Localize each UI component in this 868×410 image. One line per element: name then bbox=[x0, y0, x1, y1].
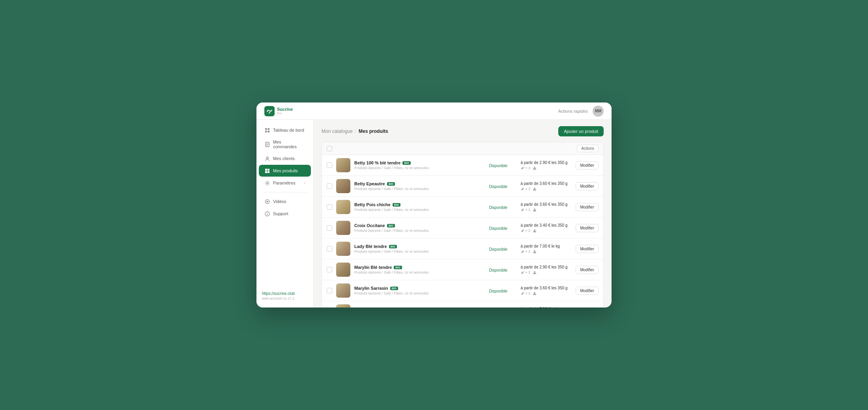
videos-icon bbox=[264, 199, 270, 204]
product-name-row-5: Marylin Blé tendre BIO bbox=[354, 265, 485, 270]
modify-button-7[interactable]: Modifier bbox=[576, 308, 599, 308]
bio-badge-7: BIO bbox=[388, 308, 396, 308]
row-checkbox-5[interactable] bbox=[327, 267, 332, 272]
sidebar-item-tableau-de-bord[interactable]: Tableau de bord bbox=[259, 124, 311, 136]
product-info-7: Ritta Blé tendre BIO Produits épicerie /… bbox=[354, 307, 485, 308]
product-price-area-7: à partir de 7.00 € le kg × 2 bbox=[520, 307, 572, 308]
product-category-1: Produits épicerie / Salé / Pâtes, riz et… bbox=[354, 187, 485, 191]
product-status-5: Disponible bbox=[489, 266, 516, 273]
row-checkbox-4[interactable] bbox=[327, 246, 332, 252]
svg-rect-13 bbox=[265, 171, 267, 173]
product-info-4: Lady Blé tendre BIO Produits épicerie / … bbox=[354, 244, 485, 253]
table-row: Betty Pois chiche BIO Produits épicerie … bbox=[322, 197, 603, 218]
row-checkbox-0[interactable] bbox=[327, 162, 332, 168]
sidebar-item-support[interactable]: Support bbox=[259, 208, 311, 220]
product-name-7: Ritta Blé tendre bbox=[354, 307, 386, 308]
icon-group-user-6 bbox=[533, 291, 537, 295]
product-icons-6: × 2 bbox=[520, 291, 572, 295]
variant-count-0: × 2 bbox=[525, 166, 530, 170]
product-thumb-7 bbox=[336, 304, 350, 308]
table-row: Croix Occitane BIO Produits épicerie / S… bbox=[322, 218, 603, 239]
product-name-row-6: Marylin Sarrasin BIO bbox=[354, 286, 485, 291]
avatar[interactable]: MM bbox=[593, 106, 604, 117]
sidebar-label-produits: Mes produits bbox=[273, 168, 298, 173]
table-row: Ritta Blé tendre BIO Produits épicerie /… bbox=[322, 301, 603, 308]
product-icons-4: × 2 bbox=[520, 250, 572, 253]
bio-badge-2: BIO bbox=[393, 203, 400, 207]
product-thumb-0 bbox=[336, 158, 350, 172]
modify-button-3[interactable]: Modifier bbox=[576, 224, 599, 232]
product-status-2: Disponible bbox=[489, 203, 516, 211]
logo-text: Sucrine Pro bbox=[277, 107, 293, 115]
table-row: Marylin Sarrasin BIO Produits épicerie /… bbox=[322, 280, 603, 301]
leaf-icon-1 bbox=[520, 187, 524, 191]
modify-button-0[interactable]: Modifier bbox=[576, 161, 599, 170]
modify-button-4[interactable]: Modifier bbox=[576, 245, 599, 253]
svg-rect-12 bbox=[267, 168, 269, 170]
table-header-row: Actions bbox=[322, 142, 603, 155]
product-thumb-4 bbox=[336, 242, 350, 256]
row-checkbox-6[interactable] bbox=[327, 288, 332, 293]
product-icons-1: × 2 bbox=[520, 187, 572, 191]
select-all-checkbox[interactable] bbox=[327, 146, 332, 151]
icon-group-leaf-0: × 2 bbox=[520, 166, 530, 170]
sidebar-item-videos[interactable]: Vidéos bbox=[259, 196, 311, 207]
table-row: Betty 100 % blé tendre BIO Produits épic… bbox=[322, 155, 603, 176]
user-icon-1 bbox=[533, 187, 537, 191]
icon-group-user-1 bbox=[533, 187, 537, 191]
product-category-5: Produits épicerie / Salé / Pâtes, riz et… bbox=[354, 270, 485, 274]
sidebar-label-tableau: Tableau de bord bbox=[273, 128, 304, 132]
sidebar-item-mes-clients[interactable]: Mes clients bbox=[259, 153, 311, 164]
leaf-icon-0 bbox=[520, 166, 524, 170]
icon-group-leaf-2: × 2 bbox=[520, 208, 530, 212]
icon-group-user-5 bbox=[533, 270, 537, 274]
product-name-2: Betty Pois chiche bbox=[354, 202, 391, 207]
sidebar-footer: https://sucrine.club web-account v1.17.1 bbox=[256, 288, 313, 304]
product-name-row-0: Betty 100 % blé tendre BIO bbox=[354, 160, 485, 165]
icon-group-leaf-3: × 2 bbox=[520, 229, 530, 233]
table-row: Lady Blé tendre BIO Produits épicerie / … bbox=[322, 239, 603, 259]
parametres-left: Paramètres bbox=[264, 180, 296, 186]
icon-group-leaf-5: × 2 bbox=[520, 270, 530, 274]
row-checkbox-1[interactable] bbox=[327, 183, 332, 189]
actions-rapides-label: Actions rapides bbox=[558, 109, 588, 114]
bio-badge-0: BIO bbox=[402, 161, 410, 165]
modify-button-2[interactable]: Modifier bbox=[576, 203, 599, 211]
product-name-4: Lady Blé tendre bbox=[354, 244, 387, 249]
modify-button-1[interactable]: Modifier bbox=[576, 182, 599, 190]
leaf-icon-6 bbox=[520, 291, 524, 295]
svg-point-19 bbox=[534, 188, 535, 189]
row-checkbox-2[interactable] bbox=[327, 204, 332, 210]
sidebar-item-mes-commandes[interactable]: Mes commandes bbox=[259, 136, 311, 152]
product-category-0: Produits épicerie / Salé / Pâtes, riz et… bbox=[354, 166, 485, 170]
bio-badge-5: BIO bbox=[394, 266, 402, 269]
svg-marker-17 bbox=[267, 201, 268, 203]
product-icons-5: × 2 bbox=[520, 270, 572, 274]
footer-link[interactable]: https://sucrine.club bbox=[262, 291, 295, 296]
sidebar-item-mes-produits[interactable]: Mes produits bbox=[259, 165, 311, 177]
actions-button[interactable]: Actions bbox=[577, 145, 599, 152]
product-price-4: à partir de 7.00 € le kg bbox=[520, 244, 572, 248]
support-icon bbox=[264, 211, 270, 216]
product-name-row-3: Croix Occitane BIO bbox=[354, 223, 485, 228]
modify-button-5[interactable]: Modifier bbox=[576, 266, 599, 274]
add-product-button[interactable]: Ajouter un produit bbox=[558, 126, 604, 136]
bio-badge-4: BIO bbox=[389, 245, 397, 248]
product-thumb-2 bbox=[336, 200, 350, 214]
row-checkbox-3[interactable] bbox=[327, 225, 332, 231]
product-status-4: Disponible bbox=[489, 245, 516, 252]
product-category-3: Produits épicerie / Salé / Pâtes, riz et… bbox=[354, 229, 485, 233]
modify-button-6[interactable]: Modifier bbox=[576, 287, 599, 295]
sidebar-nav: Tableau de bord Mes commandes bbox=[256, 124, 313, 288]
bio-badge-6: BIO bbox=[390, 287, 398, 290]
app-window: Sucrine Pro Actions rapides MM bbox=[256, 102, 612, 308]
product-name-3: Croix Occitane bbox=[354, 223, 385, 228]
sidebar-item-parametres[interactable]: Paramètres › bbox=[259, 177, 311, 189]
product-name-row-2: Betty Pois chiche BIO bbox=[354, 202, 485, 207]
sidebar-label-videos: Vidéos bbox=[273, 199, 286, 204]
footer-version: web-account v1.17.1 bbox=[262, 296, 308, 300]
breadcrumb-current: Mes produits bbox=[359, 129, 388, 134]
svg-point-21 bbox=[534, 229, 535, 231]
icon-group-user-2 bbox=[533, 208, 537, 212]
topbar-right: Actions rapides MM bbox=[558, 106, 604, 117]
